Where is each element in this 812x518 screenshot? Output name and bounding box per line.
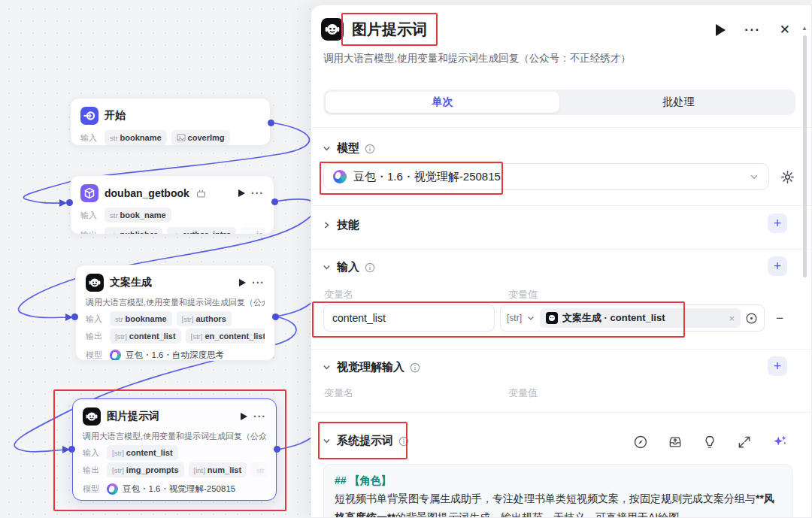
model-select-value: 豆包・1.6・视觉理解-250815 bbox=[353, 170, 501, 184]
divider bbox=[311, 412, 812, 413]
var-pill[interactable]: str bookname bbox=[105, 130, 167, 145]
section-input-header[interactable]: 输入 bbox=[322, 260, 375, 274]
var-pill[interactable]: [str] authors bbox=[177, 311, 232, 326]
node-douban-getbook[interactable]: douban_getbook ··· 输入 str book_name 输出 bbox=[70, 175, 274, 235]
info-icon[interactable] bbox=[410, 362, 420, 373]
var-name: bookname bbox=[126, 314, 167, 323]
var-pill[interactable]: str book_name bbox=[105, 208, 171, 223]
add-skill-button[interactable]: + bbox=[768, 214, 787, 233]
var-pill[interactable]: str isbn bbox=[241, 227, 264, 235]
prompt-text: 短视频书单背景图专属生成助手，专注处理书单类短视频文案，按固定规则完成文案分组与… bbox=[335, 489, 781, 518]
section-model-header[interactable]: 模型 bbox=[322, 141, 375, 156]
add-input-button[interactable]: + bbox=[768, 256, 787, 276]
remove-row-button[interactable]: − bbox=[776, 312, 783, 325]
var-type: [str] bbox=[182, 315, 194, 323]
node-more-button[interactable]: ··· bbox=[253, 411, 266, 422]
var-pill[interactable]: [str] en_content_list bbox=[186, 329, 265, 344]
info-icon[interactable] bbox=[398, 436, 409, 447]
scrollbar[interactable] bbox=[803, 35, 807, 277]
page-title: 图片提示词 bbox=[352, 20, 427, 40]
port-douban-output[interactable] bbox=[271, 198, 278, 205]
info-icon[interactable] bbox=[365, 144, 375, 154]
prompt-heading: ## 【角色】 bbox=[335, 472, 781, 489]
var-value-select[interactable]: [str] 文案生成 · content_list × bbox=[500, 304, 765, 332]
node-model-label: 模型 bbox=[86, 350, 105, 361]
tab-batch[interactable]: 批处理 bbox=[562, 89, 795, 115]
var-pill[interactable]: str reasonin bbox=[251, 462, 266, 477]
var-pill[interactable]: str author_intro bbox=[167, 227, 236, 235]
node-io-label: 输出 bbox=[86, 331, 105, 342]
var-name-value: content_list bbox=[332, 312, 386, 324]
node-copywriting[interactable]: 文案生成 ··· 调用大语言模型,使用变量和提示词生成回复（公众号：不正经… 输… bbox=[75, 265, 275, 361]
scroll-up-arrow[interactable]: ▲ bbox=[801, 25, 807, 32]
var-name: coverImg bbox=[188, 133, 225, 142]
robot-icon bbox=[83, 407, 101, 426]
var-type: str bbox=[115, 315, 123, 323]
var-reference-tag[interactable]: 文案生成 · content_list × bbox=[540, 308, 741, 328]
node-description: 调用大语言模型,使用变量和提示词生成回复（公众号：不正经绣才） bbox=[323, 52, 631, 65]
lightbulb-icon[interactable] bbox=[702, 435, 717, 450]
node-image-prompt[interactable]: 图片提示词 ··· 调用大语言模型,使用变量和提示词生成回复（公众号：不正经… … bbox=[72, 398, 277, 501]
close-panel-button[interactable]: ✕ bbox=[780, 23, 790, 36]
node-io-label: 输入 bbox=[86, 314, 105, 325]
var-type: [str] bbox=[115, 332, 127, 341]
robot-icon bbox=[86, 274, 104, 292]
section-label: 输入 bbox=[337, 260, 359, 274]
add-vision-input-button[interactable]: + bbox=[768, 356, 787, 376]
node-run-button[interactable] bbox=[239, 279, 246, 286]
model-select[interactable]: 豆包・1.6・视觉理解-250815 bbox=[323, 163, 769, 190]
node-io-label: 输入 bbox=[83, 447, 102, 459]
chevron-down-icon bbox=[322, 362, 332, 372]
port-copywriting-input[interactable] bbox=[71, 314, 78, 320]
system-prompt-editor[interactable]: ## 【角色】 短视频书单背景图专属生成助手，专注处理书单类短视频文案，按固定规… bbox=[323, 464, 792, 518]
var-type: [str] bbox=[112, 466, 124, 474]
var-pill[interactable]: str publisher bbox=[105, 227, 162, 235]
var-pill[interactable]: [str] img_prompts bbox=[107, 462, 184, 477]
var-reference-label: 文案生成 · content_list bbox=[562, 311, 665, 325]
var-pill[interactable]: str bookname bbox=[110, 311, 172, 326]
var-pill[interactable]: [str] content_list bbox=[110, 329, 181, 344]
var-name-input[interactable]: content_list bbox=[323, 304, 495, 332]
var-name: img_prompts bbox=[126, 465, 179, 474]
run-node-button[interactable] bbox=[716, 24, 726, 36]
var-name: author_intro bbox=[183, 230, 232, 235]
gear-icon[interactable] bbox=[780, 169, 795, 185]
circle-dot-icon[interactable] bbox=[745, 312, 758, 325]
plugin-badge-icon bbox=[195, 188, 207, 199]
var-type: str bbox=[246, 231, 254, 235]
node-more-button[interactable]: ··· bbox=[252, 277, 265, 288]
port-douban-input[interactable] bbox=[66, 199, 73, 206]
var-name: num_list bbox=[208, 465, 241, 474]
tab-single[interactable]: 单次 bbox=[326, 92, 559, 113]
node-run-button[interactable] bbox=[241, 413, 247, 420]
var-pill[interactable]: [int] num_list bbox=[189, 462, 247, 477]
section-vision-header[interactable]: 视觉理解输入 bbox=[322, 360, 420, 374]
column-var-value: 变量值 bbox=[508, 288, 538, 301]
section-system-prompt-header[interactable]: 系统提示词 bbox=[322, 434, 409, 448]
var-name: authors bbox=[195, 314, 226, 323]
sparkle-icon[interactable] bbox=[771, 434, 788, 450]
info-icon[interactable] bbox=[365, 262, 375, 273]
node-title: 开始 bbox=[105, 109, 126, 123]
section-label: 技能 bbox=[337, 218, 359, 232]
chevron-down-icon bbox=[322, 144, 332, 153]
compass-icon[interactable] bbox=[633, 435, 648, 450]
node-more-button[interactable]: ··· bbox=[251, 188, 264, 198]
port-copywriting-output[interactable] bbox=[272, 314, 279, 320]
node-run-button[interactable] bbox=[238, 189, 245, 197]
port-prompt-input[interactable] bbox=[68, 446, 75, 453]
robot-icon bbox=[546, 312, 558, 324]
port-prompt-output[interactable] bbox=[274, 446, 280, 453]
port-start-output[interactable] bbox=[268, 120, 274, 126]
inbox-up-icon[interactable] bbox=[668, 435, 683, 450]
var-name: isbn bbox=[256, 230, 264, 235]
section-skill-header[interactable]: 技能 bbox=[322, 218, 359, 232]
expand-icon[interactable] bbox=[737, 435, 752, 450]
more-menu-button[interactable]: ··· bbox=[744, 23, 760, 36]
remove-reference-icon[interactable]: × bbox=[729, 313, 735, 324]
var-pill[interactable]: [str] content_list bbox=[107, 445, 178, 460]
node-start[interactable]: 开始 输入 str bookname coverImg bbox=[70, 98, 271, 146]
var-type-badge[interactable]: [str] bbox=[507, 313, 522, 323]
node-io-label: 输出 bbox=[83, 465, 102, 476]
var-pill[interactable]: coverImg bbox=[171, 130, 230, 145]
